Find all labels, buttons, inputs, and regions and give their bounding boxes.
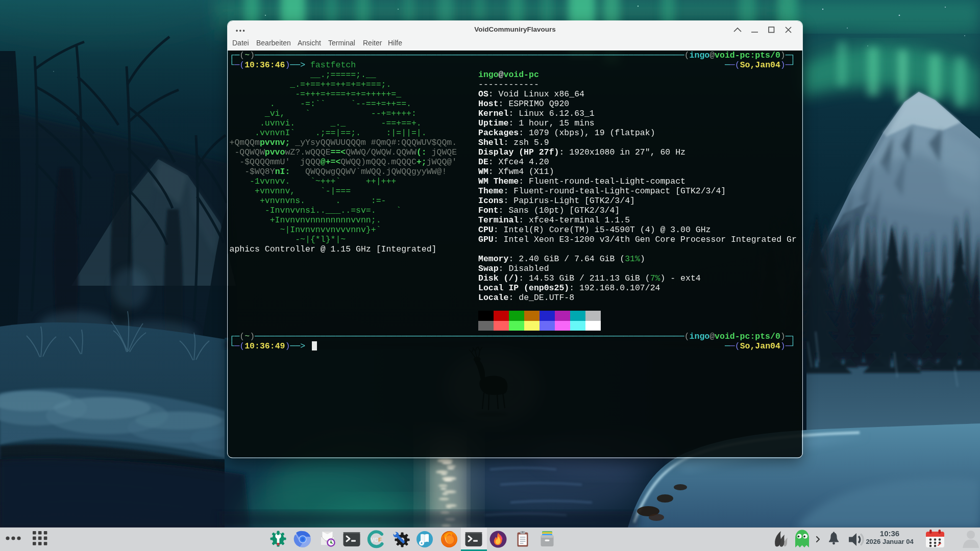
- svg-text:F: F: [378, 537, 382, 543]
- svg-text:VC: VC: [371, 537, 378, 543]
